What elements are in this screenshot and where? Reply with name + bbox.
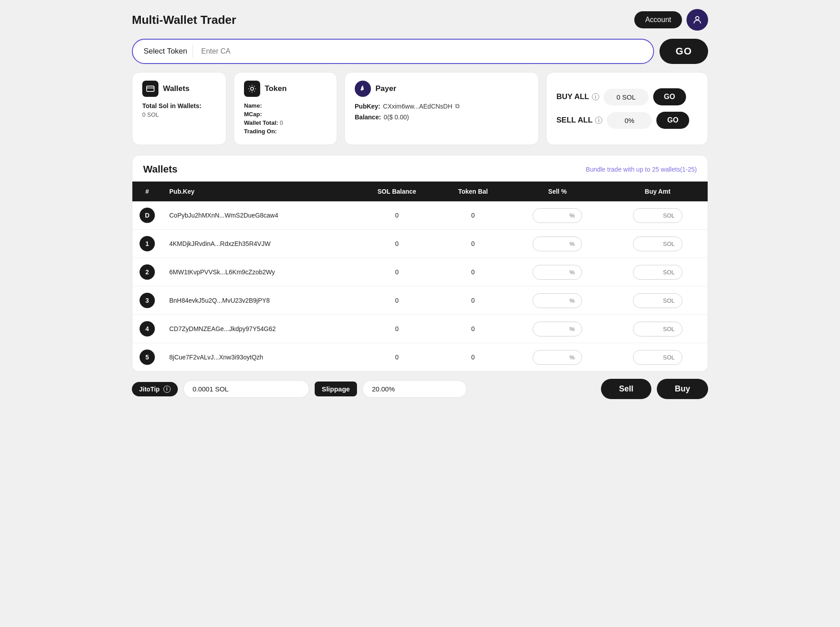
table-row: D CoPybJu2hMXnN...WmS2DueG8caw4 0 0 <box>132 201 708 230</box>
sell-all-input[interactable] <box>607 112 652 129</box>
account-button[interactable]: Account <box>634 11 682 28</box>
col-token-bal: Token Bal <box>438 182 507 201</box>
payer-balance-row: Balance: 0($ 0.00) <box>355 114 528 121</box>
wallet-pubkey-cell: BnH84evkJ5u2Q...MvU23v2B9jPY8 <box>162 286 355 315</box>
go-main-button[interactable]: GO <box>659 39 708 64</box>
wallets-section-title: Wallets <box>143 164 177 175</box>
buy-amt-input[interactable] <box>633 208 682 223</box>
token-card-title: Token <box>265 84 287 93</box>
buy-all-info-icon[interactable]: i <box>592 93 599 100</box>
sell-all-row: SELL ALL i GO <box>556 112 698 129</box>
buy-all-go-button[interactable]: GO <box>653 88 686 105</box>
sell-pct-input[interactable] <box>533 293 582 308</box>
buy-amt-input[interactable] <box>633 322 682 336</box>
wallet-sol-balance-cell: 0 <box>355 230 438 258</box>
jitotip-info-icon[interactable]: i <box>163 386 171 393</box>
buy-amt-input[interactable] <box>633 293 682 308</box>
sell-all-info-icon[interactable]: i <box>595 117 602 124</box>
wallets-section: Wallets Bundle trade with up to 25 walle… <box>132 155 708 372</box>
avatar-button[interactable] <box>686 9 708 31</box>
svg-rect-1 <box>147 86 154 91</box>
copy-icon[interactable]: ⧉ <box>455 102 460 110</box>
wallet-buy-amt-cell <box>608 315 708 343</box>
header: Multi-Wallet Trader Account <box>132 9 708 31</box>
wallet-sol-balance-cell: 0 <box>355 315 438 343</box>
bundle-trade-link[interactable]: Bundle trade with up to 25 wallets(1-25) <box>586 166 697 173</box>
wallet-token-bal-cell: 0 <box>438 258 507 286</box>
wallets-section-header: Wallets Bundle trade with up to 25 walle… <box>132 155 708 182</box>
sell-pct-input[interactable] <box>533 265 582 280</box>
svg-point-2 <box>251 87 254 91</box>
wallets-card-header: Wallets <box>142 81 216 97</box>
wallet-buy-amt-cell <box>608 230 708 258</box>
total-sol-label: Total Sol in Wallets: <box>142 102 216 109</box>
sell-all-label: SELL ALL i <box>556 116 602 125</box>
wallet-num-badge: 1 <box>140 236 155 251</box>
wallet-token-bal-cell: 0 <box>438 286 507 315</box>
token-mcap-field: MCap: <box>244 111 327 118</box>
sell-pct-input[interactable] <box>533 236 582 251</box>
wallet-num-badge: D <box>140 208 155 223</box>
wallet-rows-body: D CoPybJu2hMXnN...WmS2DueG8caw4 0 0 1 4K… <box>132 201 708 371</box>
info-cards-row: Wallets Total Sol in Wallets: 0 SOL Toke… <box>132 72 708 145</box>
col-pubkey: Pub.Key <box>162 182 355 201</box>
user-icon <box>692 15 702 25</box>
svg-point-0 <box>695 17 699 20</box>
search-divider <box>193 45 193 58</box>
wallets-table: # Pub.Key SOL Balance Token Bal Sell % B… <box>132 182 708 371</box>
wallets-card: Wallets Total Sol in Wallets: 0 SOL <box>132 72 226 145</box>
jitotip-badge[interactable]: JitoTip i <box>132 382 178 396</box>
token-card-header: Token <box>244 81 327 97</box>
token-icon <box>244 81 260 97</box>
wallet-num-badge: 3 <box>140 293 155 308</box>
payer-card-title: Payer <box>375 84 396 93</box>
buy-amt-input[interactable] <box>633 350 682 365</box>
sell-pct-input[interactable] <box>533 350 582 365</box>
col-sol-balance: SOL Balance <box>355 182 438 201</box>
payer-balance-value: 0($ 0.00) <box>384 114 409 121</box>
select-token-label: Select Token <box>144 47 187 56</box>
token-name-field: Name: <box>244 102 327 109</box>
wallet-num-cell: 2 <box>132 258 162 286</box>
wallet-sol-balance-cell: 0 <box>355 286 438 315</box>
wallet-num-cell: 3 <box>132 286 162 315</box>
token-search-bar: Select Token <box>132 39 654 64</box>
wallet-num-cell: 5 <box>132 343 162 372</box>
wallet-buy-amt-cell <box>608 343 708 372</box>
wallet-icon-svg <box>146 84 155 93</box>
app-title: Multi-Wallet Trader <box>132 13 236 27</box>
sell-pct-input[interactable] <box>533 208 582 223</box>
payer-balance-label: Balance: <box>355 114 381 121</box>
wallet-sol-balance-cell: 0 <box>355 343 438 372</box>
jitotip-input[interactable] <box>183 380 309 398</box>
token-wallet-total-field: Wallet Total: 0 <box>244 119 327 126</box>
token-card: Token Name: MCap: Wallet Total: 0 Tradin… <box>234 72 337 145</box>
sell-all-go-button[interactable]: GO <box>656 112 689 129</box>
app-container: Multi-Wallet Trader Account Select Token… <box>132 9 708 399</box>
ca-input[interactable] <box>201 47 642 55</box>
buy-amt-input[interactable] <box>633 236 682 251</box>
wallet-sell-pct-cell <box>507 258 607 286</box>
sell-button[interactable]: Sell <box>601 379 651 399</box>
payer-pubkey-row: PubKey: CXxim6ww...AEdCNsDH ⧉ <box>355 102 528 110</box>
table-row: 4 CD7ZyDMNZEAGe...Jkdpy97Y54G62 0 0 <box>132 315 708 343</box>
col-sell-pct: Sell % <box>507 182 607 201</box>
slippage-input[interactable] <box>362 380 467 398</box>
sell-pct-input[interactable] <box>533 322 582 336</box>
wallet-buy-amt-cell <box>608 286 708 315</box>
token-trading-on-field: Trading On: <box>244 128 327 135</box>
col-num: # <box>132 182 162 201</box>
wallet-sol-balance-cell: 0 <box>355 201 438 230</box>
wallet-num-badge: 4 <box>140 321 155 336</box>
header-right: Account <box>634 9 708 31</box>
payer-pubkey-value: CXxim6ww...AEdCNsDH <box>383 103 452 110</box>
buy-all-input[interactable] <box>604 89 649 105</box>
footer-bar: JitoTip i Slippage Sell Buy <box>132 372 708 399</box>
table-header: # Pub.Key SOL Balance Token Bal Sell % B… <box>132 182 708 201</box>
wallet-num-badge: 5 <box>140 350 155 365</box>
buy-button[interactable]: Buy <box>657 379 708 399</box>
wallet-token-bal-cell: 0 <box>438 230 507 258</box>
buy-amt-input[interactable] <box>633 265 682 280</box>
trade-card: BUY ALL i GO SELL ALL i GO <box>546 72 708 145</box>
col-buy-amt: Buy Amt <box>608 182 708 201</box>
